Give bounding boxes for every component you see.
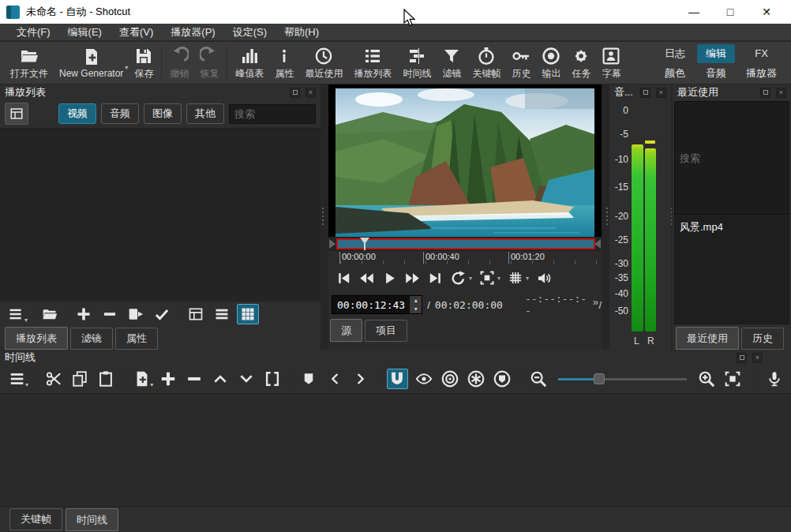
maximize-button[interactable]: □ (712, 0, 748, 24)
spin-up-icon[interactable]: ▲ (410, 296, 422, 305)
float-panel-button[interactable] (640, 88, 650, 98)
playlist-update-button[interactable] (151, 304, 173, 324)
position-value[interactable]: 00:00:12:43 (332, 299, 410, 311)
next-marker-button[interactable] (351, 369, 372, 389)
playlist-thumbnails-button[interactable] (5, 103, 28, 125)
keyframes-button[interactable]: 关键帧 (467, 44, 506, 82)
play-button[interactable] (382, 271, 397, 286)
playlist-empty-list[interactable] (0, 128, 321, 302)
menu-edit[interactable]: 编辑(E) (59, 24, 111, 41)
close-panel-button[interactable]: × (656, 88, 666, 98)
position-spinbox[interactable]: 00:00:12:43 ▲ ▼ (332, 295, 422, 314)
playlist-menu-button[interactable]: ▾ (5, 304, 27, 324)
layout-audio-button[interactable]: 音频 (697, 64, 735, 83)
layout-player-button[interactable]: 播放器 (738, 64, 785, 83)
history-button[interactable]: 历史 (506, 44, 536, 82)
close-panel-button[interactable]: × (752, 353, 763, 363)
video-preview[interactable] (328, 84, 602, 237)
copy-button[interactable] (69, 369, 90, 389)
remove-button[interactable] (183, 369, 204, 389)
scrub-while-dragging-button[interactable] (413, 369, 434, 389)
close-button[interactable]: ✕ (748, 0, 785, 24)
spin-down-icon[interactable]: ▼ (410, 305, 422, 313)
save-button[interactable]: 保存 (129, 44, 159, 82)
playlist-button[interactable]: 播放列表 (348, 44, 397, 82)
rewind-button[interactable] (358, 271, 375, 286)
player-scrubber[interactable] (328, 237, 602, 251)
ripple-markers-button[interactable] (491, 369, 512, 389)
tab-project[interactable]: 项目 (365, 320, 407, 342)
layout-color-button[interactable]: 颜色 (656, 64, 694, 83)
tab-source[interactable]: 源 (330, 319, 362, 342)
lift-button[interactable] (209, 369, 231, 389)
previous-marker-button[interactable] (324, 369, 346, 389)
trim-out-handle[interactable] (594, 239, 601, 249)
playlist-add-button[interactable] (73, 304, 95, 324)
splitter-handle[interactable] (319, 199, 327, 234)
list-item[interactable]: 风景.mp4 (675, 217, 789, 238)
timeline-zoom-slider[interactable] (558, 373, 686, 385)
new-generator-button[interactable]: New Generator▾ (54, 44, 129, 82)
layout-fx-button[interactable]: FX (738, 44, 785, 63)
playlist-add-to-timeline-button[interactable] (125, 304, 147, 324)
timeline-button[interactable]: 时间线 (397, 44, 437, 82)
playlist-remove-button[interactable] (99, 304, 121, 324)
close-panel-button[interactable]: × (776, 88, 786, 98)
ripple-all-tracks-button[interactable] (465, 369, 486, 389)
ripple-button[interactable] (439, 369, 460, 389)
open-file-button[interactable]: 打开文件 (5, 44, 54, 82)
skip-to-start-button[interactable] (336, 271, 351, 286)
timeline-tracks-area[interactable] (0, 393, 791, 506)
player-time-ruler[interactable]: 00:00:00 00:00:40 00:01:20 (328, 251, 602, 264)
close-panel-button[interactable]: × (306, 88, 316, 98)
tab-recent[interactable]: 最近使用 (676, 327, 739, 350)
menu-player[interactable]: 播放器(P) (162, 24, 223, 41)
overflow-chevron[interactable]: » (593, 296, 598, 308)
zoom-fit-player-button[interactable]: ▾ (479, 270, 500, 286)
tab-properties[interactable]: 属性 (115, 328, 158, 350)
playhead[interactable] (360, 237, 369, 251)
menu-help[interactable]: 帮助(H) (276, 24, 328, 41)
zoom-out-button[interactable] (527, 369, 549, 389)
split-button[interactable] (262, 369, 283, 389)
float-panel-button[interactable] (737, 353, 747, 363)
cut-button[interactable] (43, 369, 64, 389)
grid-button[interactable]: ▾ (508, 270, 529, 286)
view-icons-button[interactable] (237, 304, 259, 324)
recent-search-input[interactable] (674, 101, 789, 215)
properties-button[interactable]: 属性 (269, 44, 299, 82)
trim-in-handle[interactable] (329, 239, 336, 249)
spin-arrows[interactable]: ▲ ▼ (410, 296, 422, 313)
tab-timeline[interactable]: 时间线 (66, 508, 118, 531)
menu-settings[interactable]: 设定(S) (224, 24, 276, 41)
skip-to-end-button[interactable] (428, 271, 443, 286)
playlist-search-input[interactable] (229, 104, 316, 124)
peak-meter-button[interactable]: 峰值表 (230, 44, 269, 82)
float-panel-button[interactable] (760, 88, 770, 98)
menu-file[interactable]: 文件(F) (8, 24, 59, 41)
paste-button[interactable] (95, 369, 116, 389)
filter-video-tab[interactable]: 视频 (58, 103, 96, 124)
tab-history[interactable]: 历史 (741, 328, 784, 350)
layout-logging-button[interactable]: 日志 (656, 44, 694, 63)
tab-keyframes[interactable]: 关键帧 (9, 508, 62, 530)
recent-button[interactable]: 最近使用 (299, 44, 348, 82)
filter-other-tab[interactable]: 其他 (186, 103, 224, 124)
filters-button[interactable]: 滤镜 (437, 44, 467, 82)
volume-button[interactable] (536, 271, 553, 286)
zoom-in-button[interactable] (696, 369, 718, 389)
slider-handle[interactable] (594, 373, 605, 384)
scrub-bar[interactable] (336, 238, 595, 249)
playlist-open-button[interactable] (39, 304, 61, 324)
filter-image-tab[interactable]: 图像 (144, 103, 182, 124)
tab-filters[interactable]: 滤镜 (70, 328, 113, 350)
menu-view[interactable]: 查看(V) (111, 24, 162, 41)
overwrite-button[interactable] (236, 369, 257, 389)
marker-button[interactable] (298, 369, 320, 389)
view-details-button[interactable] (185, 304, 207, 324)
undo-button[interactable]: 撤销 (164, 44, 194, 82)
minimize-button[interactable]: — (676, 0, 712, 24)
float-panel-button[interactable] (290, 88, 300, 98)
filter-audio-tab[interactable]: 音频 (101, 103, 139, 124)
layout-editing-button[interactable]: 编辑 (697, 44, 735, 63)
